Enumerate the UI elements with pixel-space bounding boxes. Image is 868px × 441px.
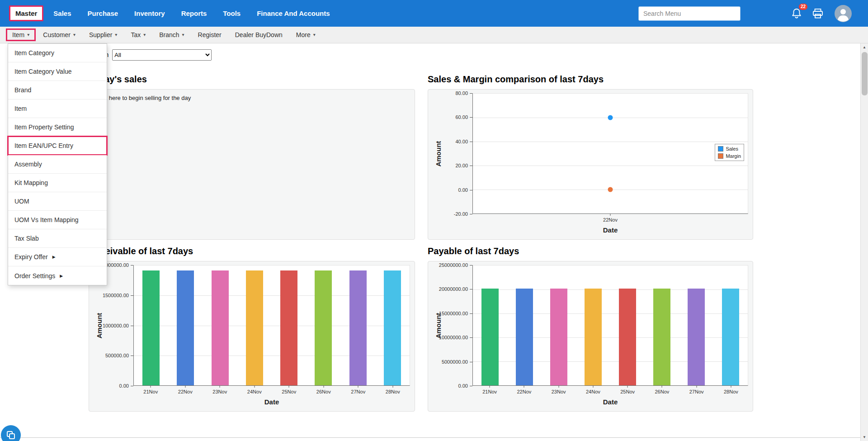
master-submenu-bar: Item ▾ Customer ▾ Supplier ▾ Tax ▾ Branc… [0, 27, 868, 43]
menu-bar-item-label: Supplier [89, 31, 112, 38]
dashboard-content: Branch All Today's sales Click here to b… [89, 43, 860, 412]
top-nav-item[interactable]: Purchase [81, 5, 125, 21]
menu-bar-item[interactable]: Supplier ▾ [82, 28, 124, 41]
receivable-title: Receivable of last 7days [89, 246, 415, 256]
dropdown-item-label: Item EAN/UPC Entry [14, 142, 73, 149]
y-tick-label: 0.00 [119, 383, 129, 389]
payable-title: Payable of last 7days [428, 246, 753, 256]
x-tick-mark [323, 386, 324, 388]
menu-bar-item[interactable]: Dealer BuyDown ▾ [228, 28, 289, 41]
receivable-chart: Amount2000000.001500000.001000000.005000… [94, 265, 410, 408]
x-tick-label: 27Nov [689, 389, 704, 394]
x-tick-label: 27Nov [351, 389, 365, 394]
sales-margin-chart: Amount80.0060.0040.0020.000.00-20.00Sale… [433, 93, 748, 236]
y-axis-title: Amount [433, 265, 443, 386]
y-axis-labels: 25000000.0020000000.0015000000.001000000… [443, 265, 472, 386]
menu-bar-item[interactable]: Register ▾ [191, 28, 228, 41]
dropdown-menu-item[interactable]: Item ▶ [8, 100, 107, 118]
scrollbar[interactable]: ▲ ▼ [860, 43, 868, 441]
top-nav-item[interactable]: Finance And Accounts [250, 5, 336, 21]
y-tick-label: 0.00 [458, 383, 468, 389]
scroll-down-arrow[interactable]: ▼ [861, 433, 868, 441]
printer-icon [812, 8, 824, 19]
menu-bar-item[interactable]: Tax ▾ [124, 28, 152, 41]
menu-bar-item[interactable]: More ▾ [289, 28, 322, 41]
legend-item-sales: Sales [718, 146, 741, 152]
x-tick-mark [696, 386, 697, 388]
sales-margin-widget: Sales & Margin comparison of last 7days … [428, 68, 753, 240]
branch-select[interactable]: All [112, 49, 212, 61]
x-tick-mark [593, 386, 593, 388]
begin-selling-link[interactable]: Click here to begin selling for the day [94, 93, 192, 103]
menu-bar-item-label: Register [198, 31, 222, 38]
top-right-controls: 22 [638, 5, 852, 22]
top-nav-item-label: Sales [53, 9, 71, 17]
x-tick-label: 22Nov [603, 217, 618, 223]
sales-swatch [718, 146, 723, 152]
x-tick-mark [490, 386, 490, 388]
x-tick-label: 24Nov [586, 389, 600, 394]
dropdown-menu-item[interactable]: Item Property Setting ▶ [8, 118, 107, 137]
top-nav-item[interactable]: Tools [217, 5, 247, 21]
dropdown-item-label: Tax Slab [14, 235, 39, 242]
branch-filter-row: Branch All [89, 49, 860, 61]
bar-24Nov [585, 289, 602, 385]
menu-bar-item[interactable]: Branch ▾ [152, 28, 191, 41]
chevron-down-icon: ▾ [182, 33, 184, 37]
x-tick-mark [524, 386, 524, 388]
dropdown-menu-item[interactable]: Tax Slab ▶ [8, 229, 107, 248]
top-nav-item[interactable]: Sales [47, 5, 77, 21]
top-nav-item[interactable]: Inventory [128, 5, 171, 21]
chat-icon [6, 430, 16, 440]
top-nav-item[interactable]: Master [9, 5, 43, 21]
menu-bar-item[interactable]: Item ▾ [6, 28, 36, 41]
menu-bar-item-label: Dealer BuyDown [235, 31, 283, 38]
bar-28Nov [384, 270, 401, 385]
bar-21Nov [481, 289, 499, 385]
print-button[interactable] [812, 8, 824, 19]
dropdown-menu-item[interactable]: Brand ▶ [8, 81, 107, 100]
scroll-up-arrow[interactable]: ▲ [861, 43, 868, 51]
legend-label: Margin [726, 153, 741, 159]
x-tick-mark [151, 386, 151, 388]
item-dropdown-menu: Item Category ▶ Item Category Value ▶ Br… [8, 43, 107, 285]
menu-bar-item[interactable]: Customer ▾ [36, 28, 82, 41]
avatar-icon [835, 5, 852, 22]
x-tick-label: 24Nov [247, 389, 262, 394]
user-avatar[interactable] [835, 5, 852, 22]
dropdown-menu-item[interactable]: Item Category Value ▶ [8, 62, 107, 81]
sales-margin-title: Sales & Margin comparison of last 7days [428, 74, 753, 85]
y-axis-title-text: Amount [95, 313, 103, 338]
dropdown-menu-item[interactable]: Item EAN/UPC Entry ▶ [8, 137, 107, 155]
bar-23Nov [212, 270, 229, 385]
dropdown-menu-item[interactable]: Assembly ▶ [8, 155, 107, 174]
dropdown-menu-item[interactable]: UOM Vs Item Mapping ▶ [8, 211, 107, 229]
x-axis-labels: 22Nov [472, 214, 748, 225]
scroll-thumb[interactable] [862, 52, 868, 95]
y-tick-label: 0.00 [458, 187, 468, 193]
gridline [134, 326, 410, 326]
dropdown-item-label: Brand [14, 86, 31, 94]
dropdown-menu-item[interactable]: Item Category ▶ [8, 44, 107, 62]
chevron-down-icon: ▾ [27, 33, 29, 37]
y-tick-label: 1000000.00 [103, 323, 129, 328]
todays-sales-panel: Click here to begin selling for the day [89, 89, 415, 240]
x-axis-labels: 21Nov22Nov23Nov24Nov25Nov26Nov27Nov28Nov [472, 386, 748, 397]
dropdown-menu-item[interactable]: Kit Mapping ▶ [8, 174, 107, 192]
x-tick-mark [220, 386, 220, 388]
y-tick-label: -20.00 [454, 211, 468, 217]
dropdown-menu-item[interactable]: Expiry Offer ▶ [8, 248, 107, 266]
dashboard-main: Branch All Today's sales Click here to b… [0, 43, 860, 441]
search-input[interactable] [638, 6, 741, 21]
chevron-down-icon: ▾ [313, 33, 316, 37]
y-axis-labels: 80.0060.0040.0020.000.00-20.00 [443, 93, 472, 214]
top-nav-item[interactable]: Reports [175, 5, 213, 21]
submenu-arrow-icon: ▶ [60, 274, 63, 278]
notifications-button[interactable]: 22 [791, 8, 802, 19]
gridline [473, 361, 748, 362]
x-tick-label: 28Nov [724, 389, 738, 394]
dropdown-menu-item[interactable]: UOM ▶ [8, 192, 107, 211]
y-tick-label: 60.00 [455, 114, 468, 120]
dropdown-menu-item[interactable]: Order Settings ▶ [8, 266, 107, 285]
bar-24Nov [246, 270, 263, 385]
